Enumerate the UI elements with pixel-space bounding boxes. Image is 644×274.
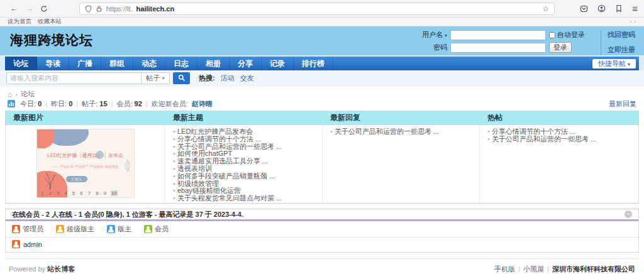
breadcrumb-forum-link[interactable]: 论坛 [21, 89, 35, 99]
bookmark-star-icon[interactable]: ☆ [542, 4, 549, 13]
url-bar[interactable]: https://lt.hailitech.cn ☆ [79, 3, 555, 15]
legend-moderator: 版主 [107, 224, 131, 234]
tab-groups[interactable]: 群组 [101, 57, 133, 70]
quick-nav-button[interactable]: 快捷导航 ▾ [592, 59, 636, 68]
tab-album[interactable]: 相册 [197, 57, 230, 70]
page-number[interactable]: 2 [48, 190, 52, 196]
tab-broadcast[interactable]: 广播 [69, 57, 101, 70]
company-name: 深圳市海利轩科技有限公司 [552, 265, 635, 273]
forward-icon[interactable]: → [21, 4, 36, 13]
footer-divider: | [547, 265, 549, 273]
refresh-icon[interactable] [36, 5, 52, 13]
tab-forum[interactable]: 论坛 [5, 57, 37, 70]
latest-reply-link[interactable]: 最新回复 [609, 99, 636, 109]
tab-share[interactable]: 分享 [230, 57, 262, 70]
site-title: 海狸跨境论坛 [10, 31, 93, 55]
topic-link[interactable]: LED红光护膝产品发布会 [173, 128, 322, 136]
stat-divider: | [111, 100, 113, 107]
auto-login-label: 自动登录 [557, 30, 585, 40]
nav-band: 论坛 导读 广播 群组 动态 日志 相册 分享 记录 排行榜 快捷导航 ▾ [0, 55, 644, 70]
page-number[interactable]: 7 [87, 190, 91, 196]
chevron-down-icon: ▾ [628, 62, 630, 67]
url-host: hailitech.cn [136, 5, 175, 13]
page-number[interactable]: 9 [103, 190, 107, 196]
online-user-list: admin [6, 238, 638, 252]
forum-stats: 今日: 0 | 昨日: 0 | 帖子: 15 | 会员: 92 | 欢迎新会员:… [5, 98, 639, 109]
shield-icon[interactable] [85, 5, 92, 13]
hot-post-link[interactable]: 分享心情调节的十个方法 ... [487, 128, 638, 136]
hot-post-link[interactable]: 关于公司产品和运营的一些思考 ... [487, 136, 638, 143]
account-icon[interactable] [597, 4, 606, 13]
column-header-latest-images: 最新图片 [6, 111, 165, 124]
tab-ranking[interactable]: 排行榜 [294, 57, 333, 70]
slide-presenter-pill: 汇报人 [66, 176, 88, 182]
page-number[interactable]: 6 [79, 190, 84, 196]
reply-link[interactable]: 关于公司产品和运营的一些思考 ... [330, 128, 479, 136]
lock-icon[interactable] [96, 5, 103, 13]
chevron-down-icon[interactable]: ▾ [445, 33, 447, 38]
new-member-link[interactable]: 赵诗晴 [192, 99, 213, 109]
footer-divider: | [518, 265, 520, 273]
topic-link[interactable]: 如何多手段突破产品销量瓶颈 ... [173, 173, 322, 180]
tab-guide[interactable]: 导读 [37, 57, 69, 70]
username-label: 用户名 ▾ [419, 30, 447, 40]
stat-divider: | [146, 100, 148, 107]
topic-link[interactable]: 透视表培训 [173, 165, 322, 173]
mobile-version-link[interactable]: 手机版 [494, 265, 515, 273]
library-icon[interactable] [615, 4, 623, 13]
online-members-title: 在线会员 - 2 人在线 - 1 会员(0 隐身), 1 位游客 - 最高记录是… [12, 210, 243, 219]
chart-icon [8, 100, 15, 107]
back-icon[interactable]: ← [6, 4, 21, 13]
page-number[interactable]: 5 [71, 190, 75, 196]
search-scope-select[interactable]: 帖子▾ [141, 72, 170, 84]
topic-link[interactable]: 初级绩效管理 [173, 180, 322, 188]
page-number[interactable]: 8 [95, 190, 99, 196]
powered-by-link[interactable]: 站长博客 [47, 265, 75, 273]
page-number[interactable]: 4 [64, 190, 68, 196]
page-number[interactable]: 1 [40, 190, 45, 196]
topic-link[interactable]: 速卖通超实用选品工具分享 ... [173, 158, 322, 165]
legend-member: 会员 [144, 224, 169, 234]
topic-link[interactable]: 分享心情调节的十个方法 ... [173, 136, 322, 143]
slide-decor-blob [36, 129, 55, 148]
set-home-link[interactable]: 设为首页 [8, 18, 31, 26]
powered-by: Powered by 站长博客 [9, 265, 75, 274]
topic-link[interactable]: 如何使用chatGPT [173, 150, 322, 158]
home-icon[interactable]: ⌂ [8, 90, 12, 99]
collapse-panes-icon[interactable]: › ‹ [630, 19, 636, 25]
latest-replies-column: 关于公司产品和运营的一些思考 ... [323, 125, 480, 203]
online-user-admin[interactable]: admin [23, 241, 42, 248]
tab-activity[interactable]: 动态 [133, 57, 165, 70]
password-input[interactable] [450, 43, 546, 53]
find-password-link[interactable]: 找回密码 [608, 30, 635, 40]
bookmark-site-link[interactable]: 收藏本站 [38, 18, 62, 26]
latest-images-column: LED红光护膝（通用款）│发布会 —— 产品发布·产品推广·产品销售·营销策划 … [6, 125, 165, 203]
topic-link[interactable]: ebay链接精细化运营 [173, 187, 322, 195]
auto-login-checkbox[interactable] [549, 32, 555, 38]
topic-link[interactable]: 关于公司产品和运营的一些思考 ... [173, 143, 322, 151]
darkroom-link[interactable]: 小黑屋 [523, 265, 544, 273]
hot-link-friends[interactable]: 交友 [240, 74, 254, 83]
hot-link-activity[interactable]: 活动 [221, 74, 235, 83]
column-header-latest-replies: 最新回复 [323, 111, 480, 124]
tab-blog[interactable]: 日志 [165, 57, 197, 70]
page-number-current[interactable]: 10 [111, 190, 118, 196]
overview-panel: 最新图片 最新主题 最新回复 热帖 LED红光护膝 [5, 111, 639, 204]
tab-records[interactable]: 记录 [262, 57, 294, 70]
slide-thumbnail[interactable]: LED红光护膝（通用款）│发布会 —— 产品发布·产品推广·产品销售·营销策划 … [36, 129, 135, 198]
user-icon [144, 225, 152, 233]
menu-icon[interactable]: ≡ [632, 3, 638, 14]
login-button[interactable]: 登录 [549, 42, 572, 53]
pocket-icon[interactable] [580, 5, 588, 13]
online-members-section: 在线会员 - 2 人在线 - 1 会员(0 隐身), 1 位游客 - 最高记录是… [5, 209, 639, 253]
browser-toolbar: ← → https://lt.hailitech.cn ☆ ≡ [0, 0, 644, 18]
search-button[interactable] [173, 72, 190, 84]
search-input[interactable] [6, 72, 141, 84]
collapse-icon[interactable]: – [625, 211, 632, 218]
password-label: 密码 [419, 43, 447, 52]
topic-link[interactable]: 关于头程发货常见问题点与对策 ... [173, 195, 322, 202]
footer: Powered by 站长博客 手机版|小黑屋|深圳市海利轩科技有限公司 GMT… [5, 258, 639, 274]
page-number[interactable]: 3 [55, 190, 60, 196]
username-input[interactable] [450, 30, 546, 40]
register-link[interactable]: 立即注册 [608, 45, 635, 55]
